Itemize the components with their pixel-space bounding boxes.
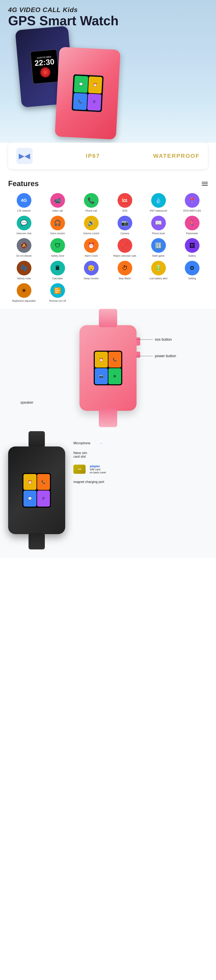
black-watch-screen: ⏰ 📞 💬 ⏱ (22, 473, 51, 508)
app-icon-4: ⏱ (87, 94, 102, 111)
adapter-annotation: SIM adapter SIM card on back cover (73, 465, 106, 474)
feature-label-24: Brightness adjustable (12, 299, 36, 303)
feature-label-7: Voice monitor (50, 232, 65, 235)
adapter-label: adapter (90, 465, 106, 468)
watch-detail-section: ⏰ 📞 📷 ⚙ (0, 309, 216, 427)
black-app-1: ⏰ (24, 474, 37, 490)
feature-label-25: Remote turn off (49, 299, 66, 303)
feature-item-8: 🔊Volume control (75, 216, 107, 235)
feature-item-9: 📷Camera (109, 216, 141, 235)
feature-icon-10: 📖 (151, 216, 166, 231)
feature-item-15: ❌Reject unknown calls (109, 238, 141, 258)
feature-item-14: ⏰Alarm Clock (75, 238, 107, 258)
sos-annotation: sos button (137, 337, 208, 342)
app-icon-2: ⏰ (88, 76, 103, 94)
feature-label-19: Calculator (52, 277, 63, 280)
feature-icon-7: 🎧 (50, 216, 65, 231)
feature-label-9: Camera (121, 232, 129, 235)
app-icon-call: 📞 (108, 352, 121, 368)
hamburger-menu[interactable] (202, 182, 208, 186)
magnet-annotation: magnet charging port (73, 480, 106, 484)
power-annotation-text: power button (155, 354, 176, 358)
features-section: Features 4GLTE network📹Video call📞Phone … (0, 173, 216, 309)
feature-label-3: SOS (122, 209, 127, 213)
hero-watches: 21/07/19 WED 22:30 💬 ⏰ 📞 ⏱ (8, 24, 208, 130)
simcard-label: SIM card on back cover (90, 468, 106, 474)
feature-icon-20: 😴 (84, 261, 98, 275)
features-header: Features (8, 180, 208, 188)
watch-pink: 💬 ⏰ 📞 ⏱ (55, 47, 121, 140)
feature-label-8: Volume control (83, 232, 99, 235)
nanosim-annotation: Nano sim card slot (73, 451, 106, 458)
feature-label-14: Alarm Clock (84, 255, 98, 258)
watch-detail-container: ⏰ 📞 📷 ⚙ (8, 317, 208, 419)
black-app-4: ⏱ (37, 490, 50, 507)
feature-label-20: Sleep monitor (84, 277, 98, 280)
speaker-label: speaker (21, 400, 33, 404)
feature-item-3: 🆘SOS (109, 193, 141, 213)
feature-icon-23: ⚙ (185, 261, 200, 275)
annotations-right: sos button power button (137, 337, 208, 358)
feature-icon-9: 📷 (118, 216, 132, 231)
feature-label-13: Safety Zone (51, 255, 64, 258)
ip67-section: ▶◀ IP67 WATERPROOF (8, 143, 208, 169)
feature-item-0: 4GLTE network (8, 193, 40, 213)
magnet-label: magnet charging port (73, 480, 104, 484)
feature-item-2: 📞Phone call (75, 193, 107, 213)
feature-item-5: 📍GPS+WIFI+LBS (176, 193, 208, 213)
black-watch-section: ⏰ 📞 💬 ⏱ Microphone ← Nano sim card slot … (0, 427, 216, 558)
feature-label-17: Gallery (188, 255, 196, 258)
feature-icon-5: 📍 (185, 193, 200, 208)
app-icon-1: 💬 (74, 76, 88, 93)
feature-icon-16: 🔢 (151, 238, 166, 253)
feature-item-22: 🔋Low battery alert (143, 261, 174, 280)
feature-label-0: LTE network (17, 209, 30, 213)
feature-icon-21: ⏱ (118, 261, 132, 275)
feature-icon-13: 🛡 (50, 238, 65, 253)
app-icon-cam: 📷 (95, 368, 108, 384)
feature-label-11: Pedometer (186, 232, 198, 235)
app-icon-3: 📞 (73, 93, 87, 110)
sos-annotation-text: sos button (155, 337, 172, 342)
feature-icon-11: 🚶 (185, 216, 200, 231)
feature-label-2: Phone call (86, 209, 97, 213)
feature-item-12: 🔕Do not disturb (8, 238, 40, 258)
feature-label-16: Math game (152, 255, 164, 258)
feature-label-10: Phone book (152, 232, 165, 235)
black-app-3: 💬 (24, 490, 37, 507)
feature-item-19: 🖩Calculator (42, 261, 73, 280)
hamburger-line-2 (202, 183, 208, 184)
feature-icon-1: 📹 (50, 193, 65, 208)
feature-item-4: 💧IP67 waterproof (143, 193, 174, 213)
microphone-annotation: Microphone ← (73, 441, 106, 445)
watch-black: ⏰ 📞 💬 ⏱ (8, 447, 65, 534)
watch-pink-screen: 💬 ⏰ 📞 ⏱ (71, 74, 104, 113)
features-grid: 4GLTE network📹Video call📞Phone call🆘SOS💧… (8, 193, 208, 303)
feature-item-23: ⚙Setting (176, 261, 208, 280)
feature-icon-24: ☀ (17, 283, 32, 298)
feature-icon-12: 🔕 (17, 238, 32, 253)
feature-label-5: GPS+WIFI+LBS (183, 209, 201, 213)
black-watch-wrap: ⏰ 📞 💬 ⏱ (8, 431, 65, 549)
feature-item-13: 🛡Safety Zone (42, 238, 73, 258)
feature-icon-2: 📞 (84, 193, 98, 208)
feature-label-6: Intercom chat (16, 232, 32, 235)
power-annotation: power button (137, 354, 208, 358)
feature-label-4: IP67 waterproof (150, 209, 167, 213)
feature-item-11: 🚶Pedometer (176, 216, 208, 235)
feature-icon-15: ❌ (118, 238, 132, 253)
video-camera-icon: ▶◀ (19, 152, 30, 160)
feature-item-25: 📴Remote turn off (42, 283, 73, 303)
feature-label-21: Stop Watch (119, 277, 131, 280)
feature-item-24: ☀Brightness adjustable (8, 283, 40, 303)
feature-label-15: Reject unknown calls (113, 255, 136, 258)
black-app-2: 📞 (37, 474, 50, 490)
app-icon-dev: ⚙ (108, 368, 121, 384)
nanosim-label: Nano sim card slot (73, 451, 98, 458)
feature-icon-17: 🖼 (185, 238, 200, 253)
feature-item-1: 📹Video call (42, 193, 73, 213)
feature-icon-4: 💧 (151, 193, 166, 208)
feature-icon-8: 🔊 (84, 216, 98, 231)
feature-item-10: 📖Phone book (143, 216, 174, 235)
feature-icon-25: 📴 (50, 283, 65, 298)
